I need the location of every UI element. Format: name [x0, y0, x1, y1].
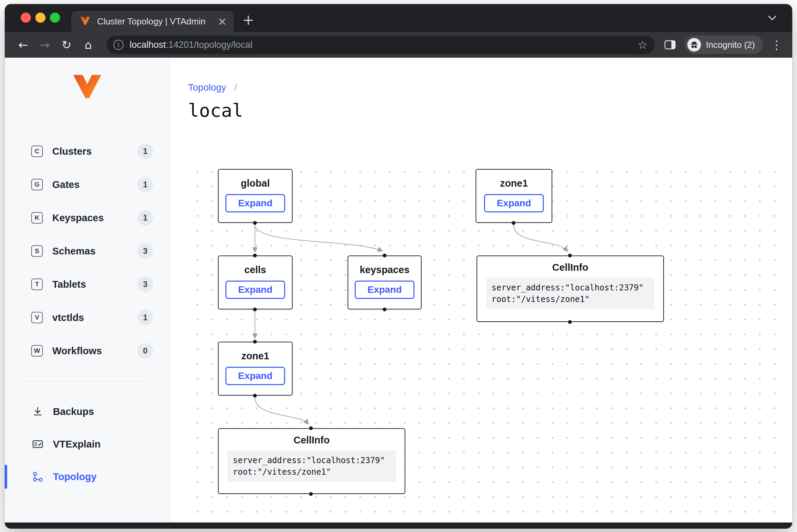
sidebar: C Clusters 1 G Gates 1 K Keyspaces 1 S S…	[5, 58, 170, 522]
node-title: global	[219, 178, 292, 189]
sidebar-item-label: Workflows	[52, 345, 102, 357]
keyspaces-letter-icon: K	[31, 212, 43, 224]
sidebar-nav: C Clusters 1 G Gates 1 K Keyspaces 1 S S…	[5, 135, 169, 367]
sidebar-item-topology[interactable]: Topology	[5, 460, 169, 493]
node-title: CellInfo	[219, 435, 405, 446]
bookmark-star-icon[interactable]: ☆	[637, 39, 648, 51]
sidebar-item-label: Schemas	[52, 246, 95, 257]
url-path: :14201/topology/local	[166, 40, 253, 50]
sidebar-item-gates[interactable]: G Gates 1	[5, 168, 169, 201]
node-zone1-lower: zone1 Expand	[218, 342, 293, 396]
topology-icon	[31, 471, 44, 482]
sidebar-item-vtexplain[interactable]: VTExplain	[5, 428, 169, 460]
sidebar-item-workflows[interactable]: W Workflows 0	[5, 334, 169, 367]
sidebar-item-label: Topology	[53, 471, 96, 482]
fullscreen-window-button[interactable]	[50, 13, 60, 23]
vitess-logo	[5, 74, 169, 99]
node-title: cells	[219, 264, 292, 276]
sidebar-item-tablets[interactable]: T Tablets 3	[5, 268, 169, 301]
browser-window: Cluster Topology | VTAdmin × + ← → ↻ ⌂ i…	[5, 4, 792, 529]
sidebar-item-label: vtctlds	[52, 312, 84, 323]
window-controls	[21, 13, 60, 23]
topology-graph: global Expand zone1 Expand cells Expand …	[188, 162, 784, 520]
cellinfo-code: server_address:"localhost:2379" root:"/v…	[486, 278, 654, 309]
url-text: localhost:14201/topology/local	[130, 40, 631, 50]
gates-letter-icon: G	[31, 179, 43, 190]
vtctlds-letter-icon: V	[31, 312, 43, 323]
breadcrumb: Topology /	[188, 82, 237, 93]
node-title: zone1	[219, 350, 292, 362]
sidebar-item-label: Gates	[52, 179, 80, 190]
page-content: C Clusters 1 G Gates 1 K Keyspaces 1 S S…	[5, 58, 792, 522]
code-line: root:"/vitess/zone1"	[233, 466, 390, 478]
close-window-button[interactable]	[21, 13, 31, 23]
sidebar-item-label: VTExplain	[53, 439, 100, 450]
browser-toolbar: ← → ↻ ⌂ i localhost:14201/topology/local…	[5, 32, 792, 58]
sidebar-divider	[25, 381, 148, 382]
schemas-letter-icon: S	[31, 245, 43, 257]
reload-button[interactable]: ↻	[56, 39, 77, 51]
tab-search-chevron-icon[interactable]	[767, 15, 777, 23]
expand-button-global[interactable]: Expand	[225, 194, 285, 212]
browser-tab-active[interactable]: Cluster Topology | VTAdmin ×	[71, 11, 234, 32]
sidebar-item-clusters[interactable]: C Clusters 1	[5, 135, 169, 168]
forward-button[interactable]: →	[34, 39, 56, 51]
node-global: global Expand	[218, 169, 293, 223]
expand-button-keyspaces[interactable]: Expand	[355, 281, 414, 299]
window-bottom-edge	[5, 522, 792, 529]
breadcrumb-separator: /	[234, 82, 237, 93]
incognito-label: Incognito (2)	[706, 40, 755, 50]
expand-button-cells[interactable]: Expand	[225, 281, 285, 299]
node-title: keyspaces	[348, 264, 421, 276]
address-bar[interactable]: i localhost:14201/topology/local ☆	[107, 36, 655, 54]
workflows-letter-icon: W	[31, 345, 43, 357]
cellinfo-code: server_address:"localhost:2379" root:"/v…	[227, 451, 396, 482]
count-badge: 1	[137, 144, 153, 159]
node-cellinfo-right: CellInfo server_address:"localhost:2379"…	[477, 255, 664, 322]
incognito-icon	[687, 38, 701, 52]
node-cells: cells Expand	[218, 255, 293, 309]
active-indicator	[5, 465, 7, 489]
sidebar-item-schemas[interactable]: S Schemas 3	[5, 234, 169, 268]
sidebar-item-vtctlds[interactable]: V vtctlds 1	[5, 301, 169, 334]
code-line: server_address:"localhost:2379"	[492, 282, 649, 293]
tab-title: Cluster Topology | VTAdmin	[97, 16, 211, 27]
count-badge: 3	[137, 243, 153, 259]
count-badge: 0	[137, 343, 153, 359]
home-button[interactable]: ⌂	[77, 39, 99, 51]
sidebar-item-label: Tablets	[52, 279, 86, 290]
back-button[interactable]: ←	[12, 39, 34, 51]
tablets-letter-icon: T	[31, 279, 43, 290]
tab-strip: Cluster Topology | VTAdmin × +	[5, 4, 792, 32]
sidebar-item-label: Keyspaces	[52, 212, 104, 224]
tab-close-icon[interactable]: ×	[218, 16, 227, 27]
new-tab-button[interactable]: +	[242, 12, 254, 28]
main-content: Topology / local global Expand zone1 Exp…	[170, 58, 792, 522]
incognito-badge: Incognito (2)	[685, 36, 763, 54]
sidebar-item-backups[interactable]: Backups	[5, 395, 169, 428]
sidebar-item-keyspaces[interactable]: K Keyspaces 1	[5, 201, 169, 234]
site-info-icon[interactable]: i	[113, 40, 124, 50]
node-keyspaces: keyspaces Expand	[348, 255, 422, 309]
sidebar-item-label: Backups	[53, 406, 94, 417]
node-cellinfo-bottom: CellInfo server_address:"localhost:2379"…	[218, 428, 405, 494]
sidebar-secondary-nav: Backups VTExplain	[5, 395, 169, 493]
count-badge: 1	[137, 210, 153, 226]
side-panel-icon[interactable]	[664, 40, 676, 50]
download-icon	[31, 406, 44, 417]
minimize-window-button[interactable]	[35, 13, 45, 23]
count-badge: 1	[137, 310, 153, 325]
browser-menu-icon[interactable]: ⋮	[770, 39, 783, 51]
sidebar-item-label: Clusters	[52, 146, 92, 157]
vitess-favicon-icon	[80, 16, 90, 27]
url-host: localhost	[130, 40, 166, 50]
node-title: CellInfo	[477, 262, 663, 273]
count-badge: 3	[137, 277, 153, 292]
node-title: zone1	[476, 178, 552, 189]
expand-button-zone1-top[interactable]: Expand	[484, 194, 543, 212]
clusters-letter-icon: C	[31, 146, 43, 157]
expand-button-zone1-lower[interactable]: Expand	[225, 367, 285, 385]
page-title: local	[188, 100, 243, 121]
breadcrumb-topology-link[interactable]: Topology	[188, 82, 226, 93]
code-line: root:"/vitess/zone1"	[492, 293, 649, 305]
